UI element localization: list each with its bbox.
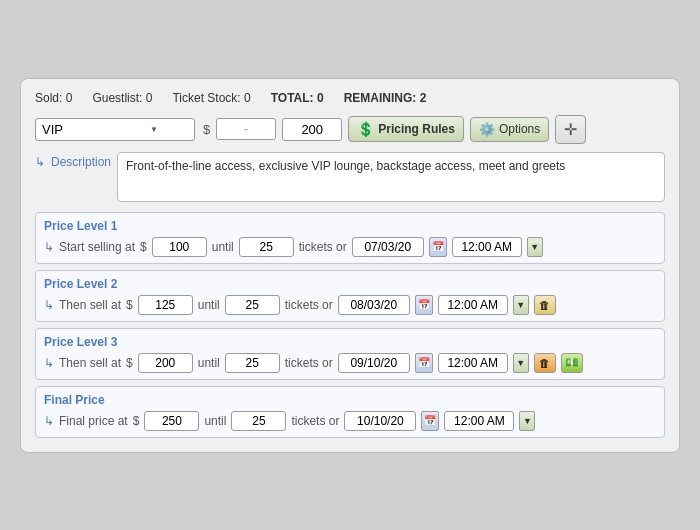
final-calendar-icon[interactable]: 📅 (421, 411, 439, 431)
final-label: Final price at (59, 414, 128, 428)
pricing-card: Sold: 0 Guestlist: 0 Ticket Stock: 0 TOT… (20, 78, 680, 453)
level1-label: Start selling at (59, 240, 135, 254)
price-level-3-row: ↳ Then sell at $ until tickets or 📅 ▼ 🗑 … (44, 353, 656, 373)
level3-duplicate-button[interactable]: 💵 (561, 353, 583, 373)
level1-time-dropdown-icon[interactable]: ▼ (527, 237, 543, 257)
final-time-input[interactable] (444, 411, 514, 431)
options-button[interactable]: ⚙️ Options (470, 117, 549, 142)
level3-label: Then sell at (59, 356, 121, 370)
final-price-title: Final Price (44, 393, 656, 407)
price-dollar-sign: $ (203, 122, 210, 137)
description-label: Description (51, 155, 111, 169)
level3-until-label: until (198, 356, 220, 370)
price-level-3-section: Price Level 3 ↳ Then sell at $ until tic… (35, 328, 665, 380)
duplicate-icon: 💵 (565, 356, 579, 369)
level2-delete-button[interactable]: 🗑 (534, 295, 556, 315)
final-price-section: Final Price ↳ Final price at $ until tic… (35, 386, 665, 438)
level1-date-input[interactable] (352, 237, 424, 257)
final-or-label: tickets or (291, 414, 339, 428)
ticket-name-select[interactable]: VIP (42, 122, 162, 137)
remaining-label: REMAINING: 2 (344, 91, 427, 105)
level3-price-input[interactable] (138, 353, 193, 373)
level2-time-dropdown-icon[interactable]: ▼ (513, 295, 529, 315)
pricing-rules-button[interactable]: 💲 Pricing Rules (348, 116, 464, 142)
options-label: Options (499, 122, 540, 136)
price-dash-input[interactable] (216, 118, 276, 140)
level2-date-input[interactable] (338, 295, 410, 315)
level2-calendar-icon[interactable]: 📅 (415, 295, 433, 315)
level1-time-input[interactable] (452, 237, 522, 257)
level3-arrow-icon: ↳ (44, 356, 54, 370)
level1-calendar-icon[interactable]: 📅 (429, 237, 447, 257)
ticket-stock-label: Ticket Stock: 0 (172, 91, 250, 105)
level3-delete-button[interactable]: 🗑 (534, 353, 556, 373)
level3-or-label: tickets or (285, 356, 333, 370)
ticket-name-wrapper: VIP ▼ (35, 118, 195, 141)
price-level-2-section: Price Level 2 ↳ Then sell at $ until tic… (35, 270, 665, 322)
final-dollar: $ (133, 414, 140, 428)
ticket-price-input[interactable] (282, 118, 342, 141)
pricing-rules-label: Pricing Rules (378, 122, 455, 136)
final-price-input[interactable] (144, 411, 199, 431)
final-tickets-input[interactable] (231, 411, 286, 431)
delete-icon: 🗑 (539, 357, 550, 369)
ticket-row: VIP ▼ $ 💲 Pricing Rules ⚙️ Options ✛ (35, 115, 665, 144)
level3-dollar: $ (126, 356, 133, 370)
level2-dollar: $ (126, 298, 133, 312)
level2-until-label: until (198, 298, 220, 312)
price-level-2-title: Price Level 2 (44, 277, 656, 291)
price-level-1-section: Price Level 1 ↳ Start selling at $ until… (35, 212, 665, 264)
level1-dollar: $ (140, 240, 147, 254)
level3-calendar-icon[interactable]: 📅 (415, 353, 433, 373)
pricing-rules-icon: 💲 (357, 121, 374, 137)
final-time-dropdown-icon[interactable]: ▼ (519, 411, 535, 431)
level1-tickets-input[interactable] (239, 237, 294, 257)
level2-time-input[interactable] (438, 295, 508, 315)
level3-time-dropdown-icon[interactable]: ▼ (513, 353, 529, 373)
price-level-2-row: ↳ Then sell at $ until tickets or 📅 ▼ 🗑 (44, 295, 656, 315)
price-level-3-title: Price Level 3 (44, 335, 656, 349)
sold-label: Sold: 0 (35, 91, 72, 105)
level2-arrow-icon: ↳ (44, 298, 54, 312)
level2-tickets-input[interactable] (225, 295, 280, 315)
price-level-1-title: Price Level 1 (44, 219, 656, 233)
level2-price-input[interactable] (138, 295, 193, 315)
final-date-input[interactable] (344, 411, 416, 431)
final-price-row: ↳ Final price at $ until tickets or 📅 ▼ (44, 411, 656, 431)
ticket-name-select-wrapper[interactable]: VIP ▼ (42, 122, 162, 137)
level2-label: Then sell at (59, 298, 121, 312)
level3-date-input[interactable] (338, 353, 410, 373)
level1-until-label: until (212, 240, 234, 254)
stats-row: Sold: 0 Guestlist: 0 Ticket Stock: 0 TOT… (35, 91, 665, 105)
description-text[interactable]: Front-of-the-line access, exclusive VIP … (117, 152, 665, 202)
level3-tickets-input[interactable] (225, 353, 280, 373)
level1-arrow-icon: ↳ (44, 240, 54, 254)
desc-arrow-icon: ↳ (35, 155, 45, 169)
final-arrow-icon: ↳ (44, 414, 54, 428)
level3-time-input[interactable] (438, 353, 508, 373)
level1-or-label: tickets or (299, 240, 347, 254)
price-level-1-row: ↳ Start selling at $ until tickets or 📅 … (44, 237, 656, 257)
move-button[interactable]: ✛ (555, 115, 586, 144)
delete-icon: 🗑 (539, 299, 550, 311)
options-icon: ⚙️ (479, 122, 495, 137)
description-row: ↳ Description Front-of-the-line access, … (35, 152, 665, 202)
final-until-label: until (204, 414, 226, 428)
level2-or-label: tickets or (285, 298, 333, 312)
guestlist-label: Guestlist: 0 (92, 91, 152, 105)
level1-price-input[interactable] (152, 237, 207, 257)
total-label: TOTAL: 0 (271, 91, 324, 105)
